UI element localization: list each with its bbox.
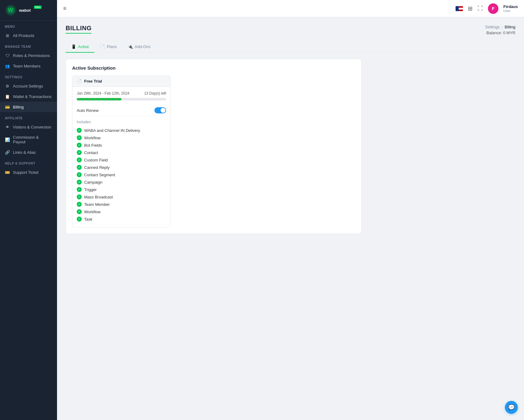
sidebar-item-roles-permissions[interactable]: 🛡 Roles & Permissions <box>0 50 57 61</box>
page-header: BILLING Settings › Billing Balance: 0 MY… <box>66 25 515 35</box>
feature-check-icon <box>77 180 82 185</box>
auto-renew-row: Auto Renew <box>77 105 166 116</box>
main-content: ≡ ⊞ ⛶ F Firdaus User BILLING Settings › … <box>57 0 524 420</box>
settings-label: SETTINGS <box>0 71 57 81</box>
sidebar-item-label: Visitors & Conversion <box>13 125 51 129</box>
addons-tab-icon: 🔌 <box>128 44 133 49</box>
subscription-header: 📄 Free Trial <box>72 76 170 87</box>
subscription-days-left: 13 Day(s) left <box>144 91 166 96</box>
hamburger-button[interactable]: ≡ <box>63 5 67 12</box>
billing-icon: 💳 <box>5 104 10 109</box>
subscription-progress-fill <box>77 98 121 100</box>
user-name: Firdaus <box>503 4 518 9</box>
feature-label: Task <box>84 217 92 222</box>
subscription-name: Free Trial <box>84 79 102 84</box>
feature-item: Bot Fields <box>77 141 166 149</box>
feature-item: Campaign <box>77 178 166 186</box>
sidebar-item-label: Team Members <box>13 64 41 68</box>
breadcrumb-current: Billing <box>505 25 515 29</box>
sidebar-item-team-members[interactable]: 👥 Team Members <box>0 61 57 71</box>
topbar: ≡ ⊞ ⛶ F Firdaus User <box>57 0 524 17</box>
feature-label: Mass Broadcast <box>84 195 113 199</box>
logo-text: wabot <box>19 8 31 13</box>
support-chat-icon: 💬 <box>508 404 515 411</box>
feature-check-icon <box>77 202 82 207</box>
fullscreen-icon[interactable]: ⛶ <box>477 5 483 12</box>
feature-label: Workflow <box>84 210 100 214</box>
user-role: User <box>503 9 518 13</box>
feature-check-icon <box>77 135 82 140</box>
feature-label: Contact <box>84 150 98 155</box>
sidebar-item-label: Billing <box>13 105 24 109</box>
auto-renew-label: Auto Renew <box>77 108 99 113</box>
language-flag-icon[interactable] <box>456 6 463 11</box>
user-avatar[interactable]: F <box>488 3 498 14</box>
sidebar-item-label: All Products <box>13 33 34 38</box>
grid-view-icon[interactable]: ⊞ <box>468 5 473 12</box>
sidebar-item-label: Commission & Payout <box>13 135 52 144</box>
feature-item: WABA and Channel IN Delivery <box>77 127 166 134</box>
feature-check-icon <box>77 157 82 162</box>
tab-add-ons[interactable]: 🔌 Add-Ons <box>122 41 156 53</box>
link-icon: 🔗 <box>5 150 10 155</box>
eye-icon: 👁 <box>5 124 10 129</box>
page-content: BILLING Settings › Billing Balance: 0 MY… <box>57 17 524 420</box>
balance-label: Balance: <box>486 31 502 35</box>
subscription-box: 📄 Free Trial Jan 29th, 2024 - Feb 12th, … <box>72 75 171 227</box>
feature-label: Custom Field <box>84 158 108 162</box>
feature-label: WABA and Channel IN Delivery <box>84 128 140 133</box>
sidebar-item-account-settings[interactable]: ⚙ Account Settings <box>0 81 57 91</box>
sidebar-item-label: Roles & Permissions <box>13 53 50 58</box>
features-list: WABA and Channel IN DeliveryWorkflowBot … <box>77 127 166 223</box>
grid-icon: ⊞ <box>5 33 10 38</box>
feature-check-icon <box>77 143 82 148</box>
feature-label: Team Member <box>84 202 110 207</box>
feature-check-icon <box>77 172 82 177</box>
subscription-progress-track <box>77 98 166 100</box>
ticket-icon: 🎫 <box>5 170 10 175</box>
balance-value: 0 MYR <box>503 31 515 35</box>
svg-text:W: W <box>8 7 13 13</box>
feature-item: Custom Field <box>77 156 166 164</box>
sidebar-item-label: Links & Alias <box>13 150 36 155</box>
active-tab-icon: 📱 <box>71 44 76 49</box>
active-subscription-title: Active Subscription <box>72 65 355 71</box>
feature-label: Bot Fields <box>84 143 102 148</box>
sidebar-item-visitors-conversion[interactable]: 👁 Visitors & Conversion <box>0 122 57 132</box>
feature-item: Contact <box>77 149 166 156</box>
tab-plans[interactable]: 📄 Plans <box>94 41 122 53</box>
gear-icon: ⚙ <box>5 84 10 88</box>
subscription-dates: Jan 29th, 2024 - Feb 12th, 2024 13 Day(s… <box>77 91 166 96</box>
auto-renew-toggle[interactable] <box>154 107 166 113</box>
sidebar-item-billing[interactable]: 💳 Billing <box>0 102 57 112</box>
breadcrumb-parent[interactable]: Settings <box>485 25 500 29</box>
manage-team-label: MANAGE TEAM <box>0 41 57 50</box>
sidebar-item-links-alias[interactable]: 🔗 Links & Alias <box>0 147 57 157</box>
sidebar-item-support-ticket[interactable]: 🎫 Support Ticket <box>0 167 57 177</box>
feature-item: Mass Broadcast <box>77 193 166 201</box>
subscription-header-icon: 📄 <box>77 79 82 84</box>
support-chat-button[interactable]: 💬 <box>505 401 518 414</box>
header-right: Settings › Billing Balance: 0 MYR <box>485 25 515 35</box>
feature-item: Workflow <box>77 134 166 141</box>
tab-active[interactable]: 📱 Active <box>66 41 94 53</box>
feature-item: Workflow <box>77 208 166 215</box>
menu-label: MENU <box>0 21 57 30</box>
logo-badge: PRO <box>34 6 42 9</box>
sidebar-item-wallet-transactions[interactable]: 📋 Wallet & Transactions <box>0 91 57 102</box>
tab-plans-label: Plans <box>107 44 117 49</box>
feature-check-icon <box>77 187 82 192</box>
feature-check-icon <box>77 209 82 214</box>
page-title: BILLING <box>66 25 92 34</box>
feature-label: Canned Reply <box>84 165 109 170</box>
sidebar-item-all-products[interactable]: ⊞ All Products <box>0 30 57 41</box>
page-title-wrapper: BILLING <box>66 25 92 34</box>
subscription-date-range: Jan 29th, 2024 - Feb 12th, 2024 <box>77 91 129 96</box>
sidebar-item-commission-payout[interactable]: 📊 Commission & Payout <box>0 132 57 147</box>
topbar-right: ⊞ ⛶ F Firdaus User <box>456 3 518 14</box>
feature-check-icon <box>77 165 82 170</box>
topbar-left: ≡ <box>63 5 67 12</box>
logo: W wabot PRO <box>0 0 57 21</box>
sidebar-item-label: Wallet & Transactions <box>13 94 51 99</box>
tab-addons-label: Add-Ons <box>135 44 150 49</box>
